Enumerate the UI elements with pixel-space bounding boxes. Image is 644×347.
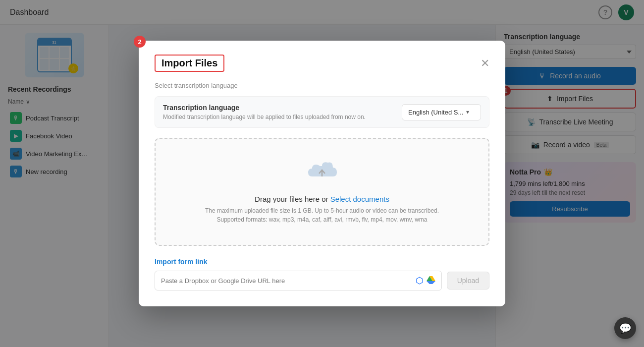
modal-badge-2: 2 xyxy=(134,36,146,48)
dropbox-icon: ⬡ xyxy=(416,275,424,286)
link-input-wrapper: ⬡ xyxy=(155,271,442,290)
lang-row-title: Transcription language xyxy=(163,104,366,112)
lang-row-desc: Modified transcription language will be … xyxy=(163,114,366,120)
chevron-down-icon: ▾ xyxy=(466,109,469,116)
upload-cloud-icon xyxy=(165,159,479,188)
select-documents-link[interactable]: Select documents xyxy=(330,195,389,203)
language-row: Transcription language Modified transcri… xyxy=(155,96,489,128)
file-info-line2: Supported formats: wav, mp3, m4a, caf, a… xyxy=(165,216,479,223)
google-drive-icon xyxy=(427,275,435,286)
modal-overlay: 2 Import Files ✕ Select transcription la… xyxy=(0,0,644,347)
drag-text: Drag your files here or Select documents xyxy=(165,195,479,203)
import-link-section: Import form link ⬡ xyxy=(155,258,489,290)
link-input[interactable] xyxy=(161,277,411,285)
modal-title: Import Files xyxy=(155,55,224,72)
modal-subtitle: Select transcription language xyxy=(155,82,489,89)
import-files-modal: 2 Import Files ✕ Select transcription la… xyxy=(139,41,505,306)
modal-header: Import Files ✕ xyxy=(155,55,489,72)
file-drop-zone[interactable]: Drag your files here or Select documents… xyxy=(155,138,489,246)
cloud-icons: ⬡ xyxy=(416,275,435,286)
link-input-row: ⬡ Upload xyxy=(155,271,489,290)
chat-bubble[interactable]: 💬 xyxy=(614,317,636,339)
file-info-line1: The maximum uploaded file size is 1 GB. … xyxy=(165,207,479,214)
lang-row-left: Transcription language Modified transcri… xyxy=(163,104,366,120)
modal-close-button[interactable]: ✕ xyxy=(481,58,489,69)
import-link-title: Import form link xyxy=(155,258,489,266)
lang-dropdown[interactable]: English (United S... ▾ xyxy=(402,104,481,120)
upload-button[interactable]: Upload xyxy=(447,272,489,289)
